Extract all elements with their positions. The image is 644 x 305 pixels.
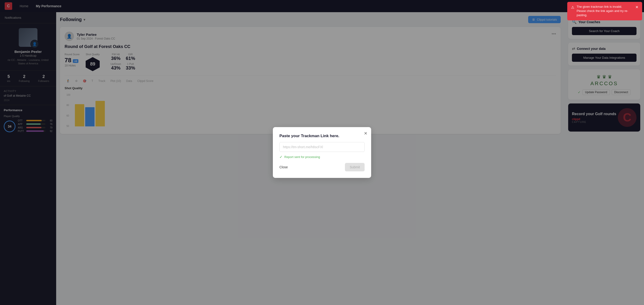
modal-actions: Close Submit — [280, 163, 364, 171]
modal-submit-button[interactable]: Submit — [345, 163, 364, 171]
success-text: Report sent for processing — [284, 155, 320, 159]
success-check-icon: ✓ — [280, 155, 282, 159]
modal-success-message: ✓ Report sent for processing — [280, 155, 364, 159]
modal-close-button[interactable]: Close — [280, 165, 288, 169]
trackman-modal: Paste your Trackman Link here. ✕ ✓ Repor… — [273, 127, 371, 178]
modal-overlay: Paste your Trackman Link here. ✕ ✓ Repor… — [0, 0, 644, 305]
error-toast-message: The given trackman link is invalid. Plea… — [576, 5, 631, 18]
error-toast: ⚠ The given trackman link is invalid. Pl… — [567, 2, 642, 20]
toast-close-button[interactable]: ✕ — [635, 5, 638, 10]
modal-title: Paste your Trackman Link here. — [280, 134, 364, 138]
modal-close-icon-button[interactable]: ✕ — [364, 131, 368, 136]
warning-icon: ⚠ — [571, 5, 574, 10]
trackman-link-input[interactable] — [280, 142, 364, 152]
